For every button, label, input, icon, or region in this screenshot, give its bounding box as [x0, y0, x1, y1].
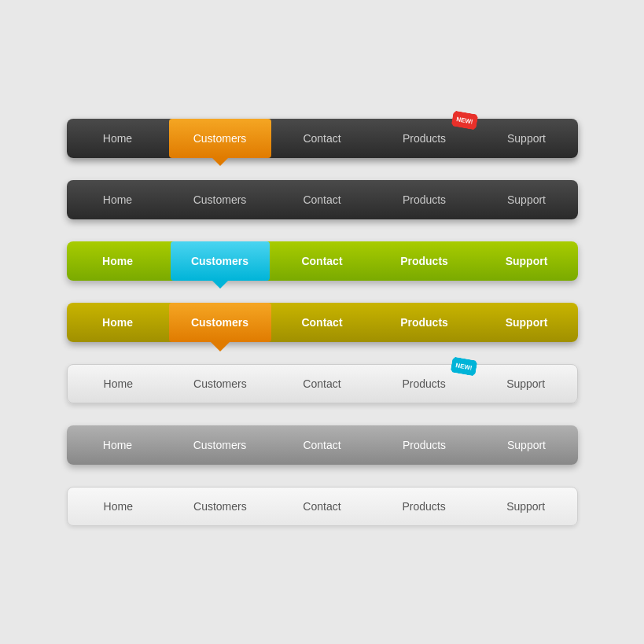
- nav-item-wrapper: Home: [67, 425, 169, 465]
- nav-item-wrapper: Support: [476, 180, 578, 219]
- nav-item-wrapper: Contact: [271, 303, 374, 342]
- nav-item-wrapper: Contact: [271, 488, 374, 525]
- nav-item-wrapper: Products: [374, 303, 476, 342]
- nav-item-customers[interactable]: Customers: [169, 303, 271, 342]
- nav-item-customers[interactable]: Customers: [169, 488, 271, 525]
- navbar-1: HomeCustomersContactNEW!ProductsSupport: [67, 119, 578, 158]
- nav-item-wrapper: Home: [68, 365, 170, 403]
- nav-item-wrapper: Support: [475, 488, 577, 525]
- nav-item-products[interactable]: Products: [374, 180, 476, 219]
- nav-item-wrapper: Products: [374, 241, 476, 281]
- nav-item-contact[interactable]: Contact: [271, 241, 374, 281]
- nav-item-wrapper: Customers: [169, 119, 271, 158]
- nav-item-home[interactable]: Home: [68, 488, 170, 525]
- navbar-5: HomeCustomersContactNEW!ProductsSupport: [67, 364, 578, 403]
- nav-item-wrapper: Support: [476, 119, 578, 158]
- nav-item-wrapper: Support: [476, 241, 578, 281]
- nav-item-wrapper: Customers: [169, 488, 271, 525]
- nav-item-home[interactable]: Home: [67, 119, 169, 158]
- nav-item-customers[interactable]: Customers: [171, 241, 270, 281]
- navbar-3: HomeCustomersContactProductsSupport: [67, 241, 578, 281]
- nav-item-wrapper: NEW!Products: [374, 119, 476, 158]
- nav-item-home[interactable]: Home: [67, 180, 169, 219]
- nav-item-wrapper: Support: [476, 425, 578, 465]
- nav-item-contact[interactable]: Contact: [271, 425, 374, 465]
- nav-item-home[interactable]: Home: [68, 365, 170, 403]
- navbars-container: HomeCustomersContactNEW!ProductsSupportH…: [0, 103, 644, 542]
- nav-item-wrapper: Contact: [271, 119, 374, 158]
- nav-item-wrapper: Customers: [169, 303, 271, 342]
- navbar-7: HomeCustomersContactProductsSupport: [67, 487, 578, 526]
- nav-item-customers[interactable]: Customers: [169, 180, 271, 219]
- navbar-4: HomeCustomersContactProductsSupport: [67, 303, 578, 342]
- nav-item-wrapper: Customers: [169, 180, 271, 219]
- nav-item-contact[interactable]: Contact: [271, 180, 374, 219]
- nav-item-products[interactable]: Products: [374, 303, 476, 342]
- nav-item-wrapper: Contact: [271, 425, 374, 465]
- nav-item-wrapper: Products: [374, 425, 476, 465]
- nav-item-support[interactable]: Support: [476, 425, 578, 465]
- nav-item-support[interactable]: Support: [476, 180, 578, 219]
- nav-item-wrapper: Customers: [169, 365, 271, 403]
- nav-item-wrapper: Home: [67, 180, 169, 219]
- nav-item-wrapper: Products: [373, 488, 475, 525]
- nav-item-support[interactable]: Support: [476, 241, 578, 281]
- nav-item-contact[interactable]: Contact: [271, 119, 374, 158]
- nav-item-home[interactable]: Home: [67, 303, 169, 342]
- nav-item-wrapper: Products: [374, 180, 476, 219]
- nav-item-wrapper: Support: [475, 365, 577, 403]
- nav-item-wrapper: Support: [476, 303, 578, 342]
- nav-item-support[interactable]: Support: [476, 303, 578, 342]
- nav-item-contact[interactable]: Contact: [271, 303, 374, 342]
- navbar-6: HomeCustomersContactProductsSupport: [67, 425, 578, 465]
- nav-item-customers[interactable]: Customers: [169, 119, 271, 158]
- nav-item-home[interactable]: Home: [67, 241, 169, 281]
- nav-item-wrapper: Contact: [271, 365, 374, 403]
- nav-item-support[interactable]: Support: [475, 488, 577, 525]
- nav-item-wrapper: NEW!Products: [373, 365, 475, 403]
- nav-item-wrapper: Home: [67, 119, 169, 158]
- nav-item-wrapper: Home: [68, 488, 170, 525]
- nav-item-wrapper: Home: [67, 241, 169, 281]
- nav-item-customers[interactable]: Customers: [169, 365, 271, 403]
- nav-item-customers[interactable]: Customers: [169, 425, 271, 465]
- nav-item-support[interactable]: Support: [475, 365, 577, 403]
- nav-item-wrapper: Contact: [271, 241, 374, 281]
- nav-item-products[interactable]: Products: [373, 488, 475, 525]
- nav-item-wrapper: Customers: [169, 425, 271, 465]
- nav-item-contact[interactable]: Contact: [271, 488, 374, 525]
- nav-item-home[interactable]: Home: [67, 425, 169, 465]
- nav-item-support[interactable]: Support: [476, 119, 578, 158]
- nav-item-contact[interactable]: Contact: [271, 365, 374, 403]
- nav-item-products[interactable]: Products: [374, 241, 476, 281]
- nav-item-wrapper: Home: [67, 303, 169, 342]
- navbar-2: HomeCustomersContactProductsSupport: [67, 180, 578, 219]
- nav-item-wrapper: Contact: [271, 180, 374, 219]
- nav-item-wrapper: Customers: [169, 241, 271, 281]
- nav-item-products[interactable]: Products: [374, 425, 476, 465]
